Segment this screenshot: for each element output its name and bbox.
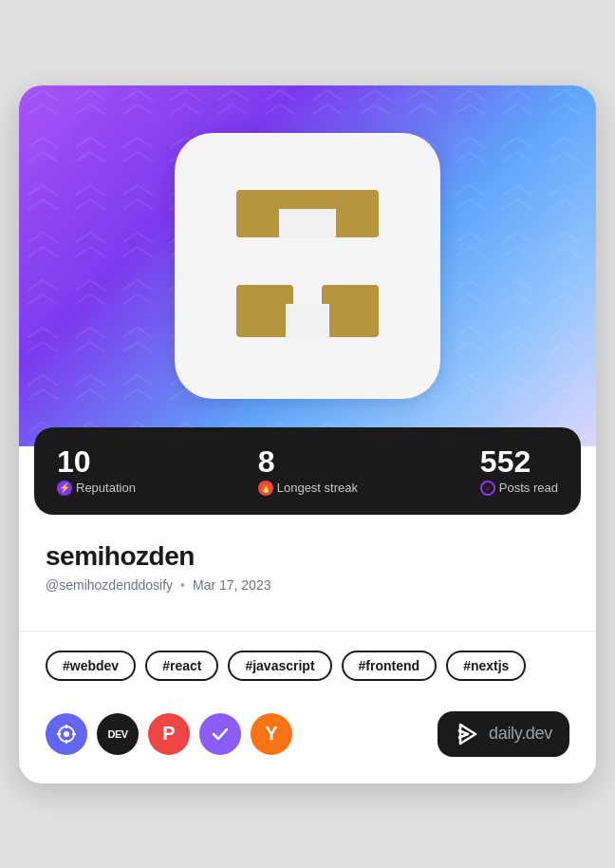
svg-rect-5 bbox=[286, 304, 329, 337]
badge-crosshair bbox=[46, 713, 87, 755]
badges-section: DEV P Y bbox=[46, 713, 292, 755]
posts-read-label: Posts read bbox=[499, 481, 558, 495]
username: semihozden bbox=[46, 541, 569, 572]
posts-read-value: 552 bbox=[480, 446, 558, 477]
tag-nextjs[interactable]: #nextjs bbox=[446, 651, 526, 681]
crosshair-icon bbox=[56, 724, 77, 745]
tag-webdev[interactable]: #webdev bbox=[46, 651, 136, 681]
daily-dev-branding: daily.dev bbox=[438, 711, 569, 757]
stat-streak: 8 🔥 Longest streak bbox=[258, 446, 358, 496]
badge-product-hunt: P bbox=[148, 713, 190, 755]
hero-banner bbox=[19, 85, 596, 446]
user-meta: @semihozdenddosify • Mar 17, 2023 bbox=[46, 577, 569, 593]
svg-point-7 bbox=[64, 731, 69, 737]
streak-value: 8 bbox=[258, 446, 358, 477]
divider bbox=[19, 631, 596, 632]
streak-label-row: 🔥 Longest streak bbox=[258, 481, 358, 496]
meta-separator: • bbox=[180, 577, 185, 593]
svg-rect-2 bbox=[279, 209, 336, 237]
profile-card: 10 ⚡ Reputation 8 🔥 Longest streak 552 ○… bbox=[19, 85, 596, 783]
branding-bold: daily bbox=[489, 724, 521, 743]
svg-rect-3 bbox=[236, 285, 293, 337]
profile-section: semihozden @semihozdenddosify • Mar 17, … bbox=[19, 515, 596, 612]
stat-reputation: 10 ⚡ Reputation bbox=[57, 446, 136, 496]
stat-posts-read: 552 ○ Posts read bbox=[480, 446, 558, 496]
avatar-pixel-art bbox=[217, 171, 398, 361]
streak-icon: 🔥 bbox=[258, 481, 273, 496]
reputation-label: Reputation bbox=[76, 481, 136, 495]
posts-read-label-row: ○ Posts read bbox=[480, 481, 558, 496]
tags-section: #webdev #react #javascript #frontend #ne… bbox=[19, 651, 596, 681]
svg-rect-4 bbox=[322, 285, 379, 337]
join-date: Mar 17, 2023 bbox=[193, 577, 271, 593]
badge-hacker-news: Y bbox=[251, 713, 292, 755]
streak-label: Longest streak bbox=[277, 481, 358, 495]
stats-bar: 10 ⚡ Reputation 8 🔥 Longest streak 552 ○… bbox=[34, 427, 581, 515]
branding-light: .dev bbox=[521, 724, 552, 743]
badge-dev: DEV bbox=[97, 713, 139, 755]
user-handle: @semihozdenddosify bbox=[46, 577, 173, 593]
reputation-icon: ⚡ bbox=[57, 481, 72, 496]
check-icon bbox=[210, 724, 231, 745]
bottom-row: DEV P Y daily.dev bbox=[19, 692, 596, 783]
tag-javascript[interactable]: #javascript bbox=[228, 651, 331, 681]
daily-dev-logo-icon bbox=[455, 721, 481, 747]
posts-read-icon: ○ bbox=[480, 481, 495, 496]
reputation-value: 10 bbox=[57, 446, 136, 477]
badge-devto bbox=[199, 713, 241, 755]
branding-text: daily.dev bbox=[489, 724, 552, 744]
tag-frontend[interactable]: #frontend bbox=[342, 651, 438, 681]
reputation-label-row: ⚡ Reputation bbox=[57, 481, 136, 496]
avatar bbox=[175, 133, 440, 399]
tag-react[interactable]: #react bbox=[145, 651, 218, 681]
